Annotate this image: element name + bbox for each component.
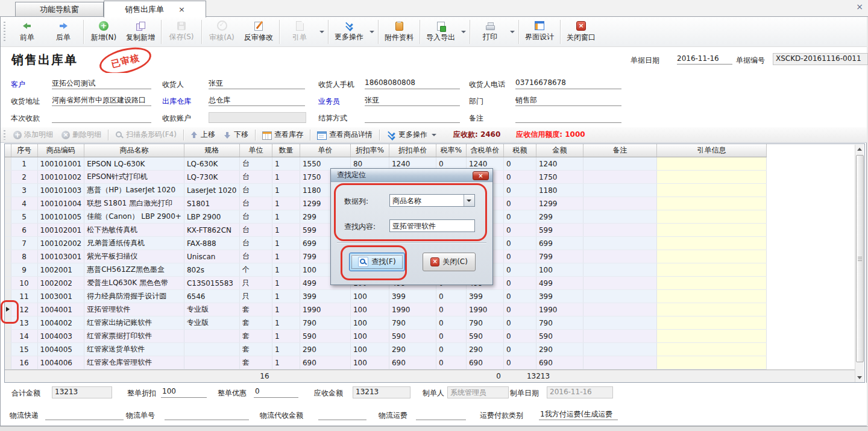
dialog-title-bar[interactable]: 查找定位 bbox=[331, 169, 492, 182]
table-cell[interactable]: 专业版 bbox=[184, 316, 239, 330]
column-header-备注[interactable]: 备注 bbox=[583, 144, 656, 157]
table-cell[interactable]: 100 bbox=[350, 303, 389, 316]
table-cell[interactable]: 台 bbox=[239, 157, 272, 171]
table-cell[interactable]: LQ-730K bbox=[184, 171, 239, 184]
detail-button-move-down[interactable]: 下移 bbox=[219, 128, 253, 142]
chevron-down-icon[interactable] bbox=[461, 31, 466, 33]
table-cell[interactable]: 790 bbox=[300, 316, 350, 330]
table-cell[interactable] bbox=[656, 224, 766, 237]
table-cell[interactable]: 1002002 bbox=[37, 277, 84, 290]
table-cell[interactable] bbox=[583, 210, 656, 224]
form-field-收货人[interactable]: 张亚 bbox=[209, 78, 305, 89]
table-cell[interactable]: 1990 bbox=[466, 303, 503, 316]
table-cell[interactable]: 690 bbox=[536, 356, 583, 370]
table-cell[interactable]: EPSON LQ-630K bbox=[84, 157, 184, 171]
column-header-含税单价[interactable]: 含税单价 bbox=[466, 144, 503, 157]
form-label-客户[interactable]: 客户 bbox=[11, 80, 25, 90]
table-cell[interactable]: 专业版 bbox=[184, 303, 239, 316]
table-cell[interactable]: 1750 bbox=[536, 171, 583, 184]
table-cell[interactable]: 13 bbox=[11, 316, 37, 330]
table-cell[interactable]: 590 bbox=[536, 330, 583, 343]
column-header-折扣单价[interactable]: 折扣单价 bbox=[389, 144, 436, 157]
toolbar-button-import-export[interactable]: 导入导出 bbox=[422, 18, 459, 46]
column-header-引单信息[interactable]: 引单信息 bbox=[656, 144, 766, 157]
table-cell[interactable]: 红管家票据打印软件 bbox=[84, 330, 184, 343]
table-cell[interactable]: 100101002 bbox=[37, 171, 84, 184]
table-row[interactable]: 131004002红管家出纳记账软件专业版套179010079007900790 bbox=[5, 316, 766, 330]
toolbar-grip[interactable] bbox=[4, 22, 5, 42]
table-cell[interactable] bbox=[583, 184, 656, 197]
vertical-scrollbar[interactable] bbox=[855, 145, 864, 382]
table-cell[interactable]: 套 bbox=[239, 303, 272, 316]
table-cell[interactable]: 100 bbox=[350, 343, 389, 356]
table-cell[interactable]: 1 bbox=[272, 316, 300, 330]
table-cell[interactable]: 1004006 bbox=[37, 356, 84, 370]
row-header-cell[interactable] bbox=[5, 224, 11, 237]
doc-number-field[interactable]: XSCKD-20161116-0011 bbox=[773, 53, 868, 65]
table-cell[interactable]: 1 bbox=[272, 343, 300, 356]
detail-toolbar-grip[interactable] bbox=[4, 130, 5, 140]
form-field-出库仓库[interactable]: 总仓库 bbox=[209, 95, 305, 106]
footer-field-物流快递[interactable] bbox=[45, 409, 124, 420]
detail-button-add-detail[interactable]: 添加明细 bbox=[9, 128, 57, 142]
form-field-部门[interactable]: 销售部 bbox=[515, 95, 621, 106]
table-cell[interactable]: 12 bbox=[11, 303, 37, 316]
table-cell[interactable]: LBP 2900 bbox=[184, 210, 239, 224]
table-cell[interactable]: 0 bbox=[436, 330, 466, 343]
chevron-down-icon[interactable] bbox=[370, 31, 374, 33]
form-field-客户[interactable]: 亚拓公司测试 bbox=[52, 78, 151, 89]
table-row[interactable]: 161004006红管家仓库管理软件套169010069006900690 bbox=[5, 356, 766, 370]
toolbar-button-save[interactable]: 保存(S) bbox=[163, 18, 200, 46]
table-cell[interactable] bbox=[656, 197, 766, 210]
table-cell[interactable]: 399 bbox=[300, 290, 350, 303]
table-cell[interactable] bbox=[656, 290, 766, 303]
column-header-折扣率%[interactable]: 折扣率% bbox=[350, 144, 389, 157]
table-cell[interactable] bbox=[656, 157, 766, 171]
table-cell[interactable]: 爱普生LQ630K 黑色色带 bbox=[84, 277, 184, 290]
table-cell[interactable]: 3 bbox=[11, 184, 37, 197]
column-header-商品名称[interactable]: 商品名称 bbox=[84, 144, 184, 157]
table-cell[interactable]: 个 bbox=[239, 263, 272, 277]
table-cell[interactable]: 红管家送货单软件 bbox=[84, 343, 184, 356]
table-cell[interactable]: 1 bbox=[272, 171, 300, 184]
table-cell[interactable]: 1004001 bbox=[37, 303, 84, 316]
table-cell[interactable] bbox=[583, 316, 656, 330]
table-cell[interactable]: 100 bbox=[350, 330, 389, 343]
form-field-业务员[interactable]: 张亚 bbox=[365, 95, 460, 106]
table-cell[interactable]: 14 bbox=[11, 330, 37, 343]
table-cell[interactable]: 1004003 bbox=[37, 330, 84, 343]
row-header-cell[interactable] bbox=[5, 343, 11, 356]
column-header-规格[interactable]: 规格 bbox=[184, 144, 239, 157]
table-cell[interactable]: 惠普（HP）LaserJet 1020 bbox=[84, 184, 184, 197]
table-cell[interactable] bbox=[656, 316, 766, 330]
table-cell[interactable]: 台 bbox=[239, 237, 272, 250]
table-cell[interactable]: 100 bbox=[536, 263, 583, 277]
column-header-序号[interactable]: 序号 bbox=[11, 144, 37, 157]
table-cell[interactable]: 0 bbox=[503, 250, 536, 263]
row-header-cell[interactable] bbox=[5, 237, 11, 250]
table-cell[interactable]: 6546 bbox=[184, 290, 239, 303]
footer-field-制单日期[interactable]: 2016-11-16 bbox=[547, 386, 613, 398]
table-cell[interactable]: LQ-630K bbox=[184, 157, 239, 171]
row-header-cell[interactable] bbox=[5, 210, 11, 224]
toolbar-button-print[interactable]: 打印 bbox=[472, 18, 508, 46]
column-header-金额[interactable]: 金额 bbox=[536, 144, 583, 157]
form-field-收款账户[interactable] bbox=[209, 112, 306, 123]
table-cell[interactable]: 0 bbox=[503, 356, 536, 370]
table-cell[interactable]: 290 bbox=[466, 343, 503, 356]
table-cell[interactable]: EPSON针式打印机 bbox=[84, 171, 184, 184]
form-field-结算方式[interactable] bbox=[365, 112, 460, 123]
toolbar-button-prev-order[interactable]: 前单 bbox=[9, 18, 45, 46]
table-cell[interactable]: 0 bbox=[436, 356, 466, 370]
row-header-cell[interactable] bbox=[5, 330, 11, 343]
detail-button-delete-detail[interactable]: 删除明细 bbox=[57, 128, 105, 142]
table-cell[interactable] bbox=[583, 356, 656, 370]
table-cell[interactable] bbox=[656, 356, 766, 370]
table-cell[interactable] bbox=[583, 303, 656, 316]
detail-button-view-stock[interactable]: 查看库存 bbox=[258, 128, 307, 142]
table-cell[interactable] bbox=[656, 184, 766, 197]
footer-field-合计金额[interactable]: 13213 bbox=[52, 386, 112, 398]
form-field-备注[interactable] bbox=[515, 112, 621, 123]
table-cell[interactable]: 1003001 bbox=[37, 290, 84, 303]
search-content-input[interactable]: 亚拓管理软件 bbox=[389, 219, 475, 232]
